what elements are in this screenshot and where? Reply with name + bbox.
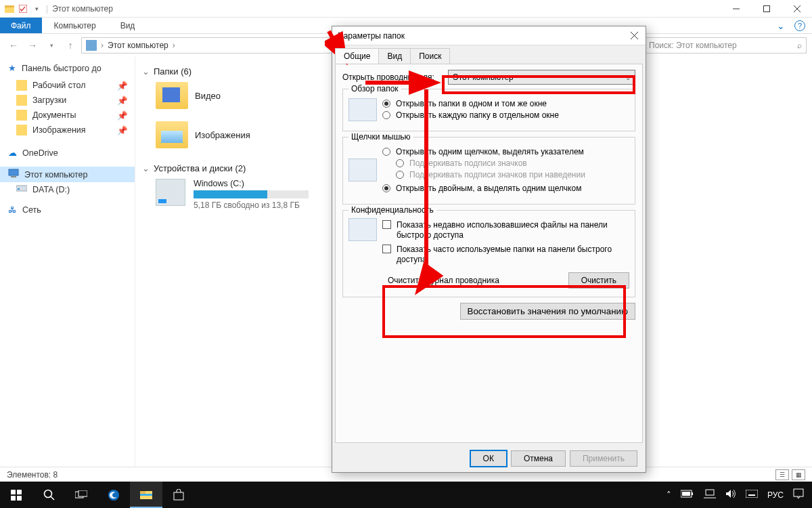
drive-icon xyxy=(16,184,27,194)
dialog-tab-general[interactable]: Общие xyxy=(335,48,379,64)
privacy-group: Конфиденциальность Показать недавно испо… xyxy=(342,210,635,297)
svg-rect-22 xyxy=(140,494,152,496)
up-button[interactable]: ↑ xyxy=(62,37,78,54)
radio-underline-always xyxy=(396,159,404,167)
properties-icon[interactable] xyxy=(18,3,28,14)
qat-dropdown-icon[interactable]: ▾ xyxy=(31,3,42,14)
store-button[interactable] xyxy=(162,482,195,508)
svg-rect-26 xyxy=(682,492,690,496)
open-explorer-dropdown[interactable]: Этот компьютер ⌄ xyxy=(448,70,635,85)
checkbox-recent-files[interactable] xyxy=(382,220,391,229)
onedrive-icon: ☁ xyxy=(8,148,17,158)
caret-down-icon: ⌄ xyxy=(142,66,150,77)
radio-double-click[interactable] xyxy=(382,184,390,192)
folder-item-video[interactable]: Видео xyxy=(156,82,221,109)
browse-icon xyxy=(348,98,377,121)
view-icons-button[interactable]: ▦ xyxy=(792,469,805,480)
pin-icon: 📌 xyxy=(117,81,128,91)
sidebar-item-images[interactable]: Изображения 📌 xyxy=(0,123,135,137)
radio-new-window[interactable] xyxy=(382,111,390,119)
ok-button[interactable]: ОК xyxy=(470,450,507,467)
open-explorer-label: Открыть проводник для: xyxy=(342,72,444,82)
search-button[interactable] xyxy=(32,482,65,508)
window-title: Этот компьютер xyxy=(52,4,113,14)
svg-rect-1 xyxy=(5,5,14,7)
svg-line-16 xyxy=(51,496,54,500)
battery-icon[interactable] xyxy=(681,490,694,500)
radio-underline-hover xyxy=(396,171,404,179)
explorer-button[interactable] xyxy=(130,482,162,508)
sidebar-item-documents[interactable]: Документы 📌 xyxy=(0,108,135,123)
forward-button[interactable]: → xyxy=(24,37,41,54)
view-details-button[interactable]: ☰ xyxy=(775,469,789,480)
folder-icon xyxy=(156,82,188,109)
network-icon: 🖧 xyxy=(8,205,17,215)
ribbon-expand-icon[interactable]: ⌄ xyxy=(767,18,794,33)
sidebar: ★ Панель быстрого до Рабочий стол 📌 Загр… xyxy=(0,57,135,467)
svg-point-15 xyxy=(44,490,51,498)
dialog-tab-search[interactable]: Поиск xyxy=(410,48,450,64)
svg-rect-13 xyxy=(11,496,16,501)
sidebar-onedrive[interactable]: ☁ OneDrive xyxy=(0,146,135,160)
sidebar-item-desktop[interactable]: Рабочий стол 📌 xyxy=(0,78,135,93)
pc-icon xyxy=(8,169,19,180)
search-input[interactable]: Поиск: Этот компьютер ⌕ xyxy=(644,37,807,54)
checkbox-frequent-folders[interactable] xyxy=(382,245,391,253)
folder-icon xyxy=(16,125,27,135)
folder-item-images[interactable]: Изображения xyxy=(156,121,250,148)
caret-down-icon: ⌄ xyxy=(142,163,150,173)
ribbon-tab-computer[interactable]: Компьютер xyxy=(42,18,108,33)
back-button[interactable]: ← xyxy=(5,37,22,54)
recent-button[interactable]: ▾ xyxy=(43,37,60,54)
taskbar: ˄ РУС xyxy=(0,482,812,508)
file-tab[interactable]: Файл xyxy=(0,18,42,33)
apply-button[interactable]: Применить xyxy=(570,450,637,467)
pin-icon: 📌 xyxy=(117,96,128,106)
explorer-icon xyxy=(4,3,15,14)
language-indicator[interactable]: РУС xyxy=(767,490,784,500)
drive-usage-bar xyxy=(194,190,309,198)
sidebar-quick-access[interactable]: ★ Панель быстрого до xyxy=(0,61,135,75)
sidebar-item-data[interactable]: DATA (D:) xyxy=(0,182,135,196)
title-bar: ▾ | Этот компьютер xyxy=(0,0,812,18)
close-button[interactable] xyxy=(782,0,812,18)
folder-icon xyxy=(16,95,27,106)
cancel-button[interactable]: Отмена xyxy=(511,450,566,467)
folder-icon xyxy=(16,110,27,121)
minimize-button[interactable] xyxy=(721,0,751,18)
network-icon[interactable] xyxy=(704,489,716,501)
help-icon[interactable]: ? xyxy=(794,20,805,31)
drive-icon xyxy=(156,179,185,206)
radio-single-click[interactable] xyxy=(382,148,390,156)
sidebar-network[interactable]: 🖧 Сеть xyxy=(0,203,135,217)
maximize-button[interactable] xyxy=(751,0,782,18)
svg-rect-21 xyxy=(140,491,145,494)
restore-defaults-button[interactable]: Восстановить значения по умолчанию xyxy=(460,303,636,320)
notifications-icon[interactable] xyxy=(793,488,804,501)
svg-rect-14 xyxy=(17,496,22,501)
svg-rect-23 xyxy=(174,492,183,500)
clear-history-label: Очистить журнал проводника xyxy=(388,276,499,285)
edge-button[interactable] xyxy=(97,482,130,508)
keyboard-icon[interactable] xyxy=(746,490,758,500)
pin-icon: 📌 xyxy=(117,125,128,135)
sidebar-this-pc[interactable]: Этот компьютер xyxy=(0,167,135,182)
tray-up-icon[interactable]: ˄ xyxy=(667,490,671,500)
pin-icon: 📌 xyxy=(117,110,128,121)
svg-rect-11 xyxy=(11,490,16,494)
radio-same-window[interactable] xyxy=(382,100,390,108)
ribbon-tab-view[interactable]: Вид xyxy=(108,18,148,33)
taskview-button[interactable] xyxy=(65,482,97,508)
dialog-tab-view[interactable]: Вид xyxy=(378,48,411,64)
pc-icon xyxy=(86,40,97,51)
volume-icon[interactable] xyxy=(725,489,736,501)
start-button[interactable] xyxy=(0,482,32,508)
chevron-down-icon: ⌄ xyxy=(625,74,631,81)
breadcrumb[interactable]: Этот компьютер xyxy=(108,41,168,50)
dialog-close-button[interactable] xyxy=(628,30,640,42)
clear-button[interactable]: Очистить xyxy=(568,272,629,289)
folder-icon xyxy=(156,121,188,148)
sidebar-item-downloads[interactable]: Загрузки 📌 xyxy=(0,93,135,108)
star-icon: ★ xyxy=(8,63,16,73)
status-item-count: Элементов: 8 xyxy=(7,470,58,480)
